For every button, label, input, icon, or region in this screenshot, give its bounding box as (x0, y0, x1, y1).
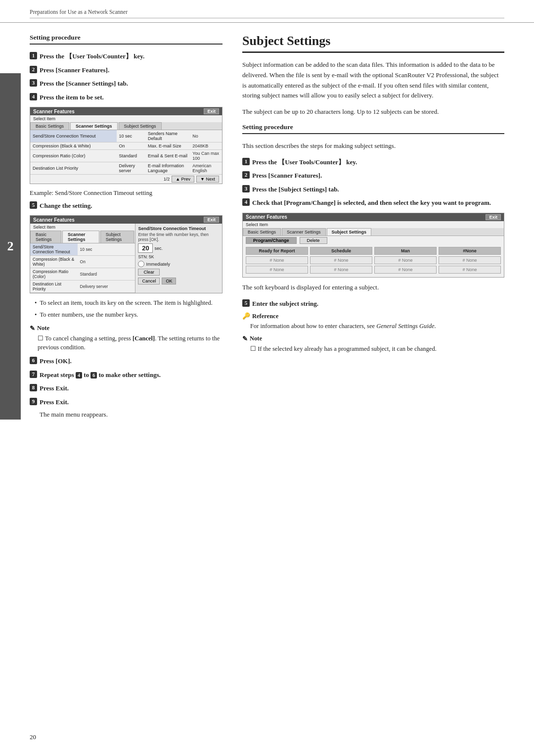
sfr-exit-btn[interactable]: Exit (486, 214, 501, 220)
sfr-grid: Ready for Report Schedule Man #None # No… (243, 245, 504, 277)
sf1-tab-scanner[interactable]: Scanner Settings (70, 122, 118, 130)
sf1-exit-btn[interactable]: Exit (204, 108, 219, 114)
sfr-col-none-h: #None (439, 247, 501, 255)
sf2-exit-btn[interactable]: Exit (204, 217, 219, 223)
sf1-tab-basic[interactable]: Basic Settings (30, 122, 69, 130)
main-menu-label: The main menu reappears. (40, 411, 108, 418)
note-right-content: ☐ If the selected key already has a prog… (242, 344, 504, 354)
sf2-cancel-btn[interactable]: Cancel (138, 278, 160, 284)
sf1-prev-btn[interactable]: ▲ Prev (172, 176, 194, 183)
bullet-2: • To enter numbers, use the number keys. (35, 310, 222, 320)
sfr-cell-2-1[interactable]: # None (246, 266, 308, 274)
sf2-tab-basic[interactable]: Basic Settings (30, 231, 61, 243)
r-step-5: 5 Enter the subject string. (242, 299, 504, 309)
r-step-5-text: Enter the subject string. (252, 299, 318, 309)
step-3-num: 3 (30, 79, 37, 87)
sfr-cell-1-3[interactable]: # None (374, 256, 437, 264)
sf1-r2-extra-label: Max. E-mail Size (145, 142, 190, 150)
sf1-next-btn[interactable]: ▼ Next (196, 176, 219, 183)
sf2-tabs: Basic Settings Scanner Settings Subject … (30, 231, 135, 243)
sfr-col-report: Ready for Report (246, 247, 308, 255)
sfr-cell-1-2[interactable]: # None (310, 256, 372, 264)
sf2-row-2: Compression (Black & White) On (30, 256, 135, 268)
step-4: 4 Press the item to be set. (30, 93, 222, 102)
sf1-row-3: Compression Ratio (Color) Standard Email… (30, 150, 222, 162)
sfr-tab-subject[interactable]: Subject Settings (327, 228, 372, 236)
setting-procedure-label: Setting procedure (30, 34, 81, 41)
sf2-right-panel: Send/Store Connection Timeout Enter the … (135, 224, 222, 293)
sfr-cell-2-2[interactable]: # None (310, 266, 372, 274)
step-6: 6 Press [OK]. (30, 356, 222, 366)
note-1-text: ☐ To cancel changing a setting, press [C… (38, 335, 220, 351)
page-container: Preparations for Use as a Network Scanne… (0, 0, 534, 756)
step-1-text: Press the 【User Tools/Counter】 key. (40, 51, 144, 61)
sfr-col-man: Man (374, 247, 437, 255)
sf1-r3-extra-val: You Can max 100 (190, 150, 222, 162)
body-text-2: The subject can be up to 20 characters l… (242, 107, 504, 117)
sfr-program-change-btn[interactable]: Program/Change (246, 237, 297, 244)
sf2-r2-label: Compression (Black & White) (30, 256, 78, 268)
sf1-r2-extra-val: 2048KB (190, 142, 222, 150)
ref-content: For information about how to enter chara… (242, 322, 504, 331)
left-column: Setting procedure 1 Press the 【User Tool… (30, 23, 222, 419)
sf2-row-3: Compression Ratio (Color) Standard (30, 268, 135, 281)
sf1-r2-val: On (117, 142, 145, 150)
sf1-tab-subject[interactable]: Subject Settings (119, 122, 162, 130)
note-1-title: ✎ Note (30, 325, 222, 332)
bullet-2-text: To enter numbers, use the number keys. (40, 310, 138, 320)
r-step-1: 1 Press the 【User Tools/Counter】 key. (242, 157, 504, 167)
sfr-tab-scanner[interactable]: Scanner Settings (282, 228, 326, 236)
sf2-titlebar: Scanner Features Exit (30, 216, 222, 224)
step-7-num: 7 (30, 371, 37, 378)
note-right-title: ✎ Note (242, 335, 504, 343)
sf1-r1-extra-label: Senders Name Default (145, 130, 190, 142)
r-step-1-num: 1 (242, 158, 250, 165)
right-setting-procedure-label: Setting procedure (242, 123, 293, 131)
r-step-4-num: 4 (242, 198, 250, 206)
step-9-text: Press Exit. (40, 397, 69, 407)
sf2-r2-val: On (78, 256, 135, 268)
step-2-text: Press [Scanner Features]. (40, 65, 109, 75)
sf1-r3-val: Standard (117, 150, 145, 162)
sfr-cell-2-4[interactable]: # None (439, 266, 501, 274)
step-8-text: Press Exit. (40, 383, 69, 393)
sf2-tab-scanner[interactable]: Scanner Settings (62, 231, 99, 243)
sfr-delete-btn[interactable]: Delete (300, 237, 327, 244)
sfr-section-label: Select Item (243, 221, 504, 228)
sf2-right-title: Send/Store Connection Timeout (138, 226, 220, 231)
step-7: 7 Repeat steps 4 to 6 to make other sett… (30, 370, 222, 380)
step-8-num: 8 (30, 384, 37, 391)
bullet-1: • To select an item, touch its key on th… (35, 298, 222, 308)
sfr-cell-2-3[interactable]: # None (374, 266, 437, 274)
r-step-4: 4 Check that [Program/Change] is selecte… (242, 198, 504, 208)
soft-keyboard-text: The soft keyboard is displayed for enter… (242, 283, 504, 293)
bullet-2-dot: • (35, 310, 37, 320)
step-9-num: 9 (30, 398, 37, 405)
sf1-table: Send/Store Connection Timeout 10 sec Sen… (30, 130, 222, 175)
sf1-row-2: Compression (Black & White) On Max. E-ma… (30, 142, 222, 150)
note-right-text: ☐ If the selected key already has a prog… (250, 345, 437, 352)
sf1-titlebar: Scanner Features Exit (30, 107, 222, 115)
sf2-clear-btn[interactable]: Clear (138, 269, 160, 276)
sfr-grid-header-row: Ready for Report Schedule Man #None (246, 247, 501, 255)
scanner-features-box-2: Scanner Features Exit Select Item Basic … (30, 215, 222, 293)
sf1-r4-extra-label: E-mail Information Language (145, 162, 190, 175)
sf2-r3-val: Standard (78, 268, 135, 281)
subject-settings-title: Subject Settings (242, 34, 504, 53)
sfr-cell-1-4[interactable]: # None (439, 256, 501, 264)
sf2-input-value[interactable]: 20 (138, 243, 153, 253)
sfr-grid-row-1: # None # None # None # None (246, 256, 501, 264)
sfr-tab-basic[interactable]: Basic Settings (243, 228, 281, 236)
sf2-tab-subject[interactable]: Subject Settings (100, 231, 134, 243)
sf2-right-note: Enter the time with number keys, then pr… (138, 232, 220, 242)
main-columns: Setting procedure 1 Press the 【User Tool… (0, 23, 534, 419)
sf2-immediate-radio[interactable] (138, 261, 144, 267)
r-step-2-text: Press [Scanner Features]. (252, 171, 322, 181)
sf1-r3-label: Compression Ratio (Color) (30, 150, 117, 162)
sfr-btn-row: Program/Change Delete (243, 236, 504, 245)
page-number-label: 20 (30, 733, 36, 741)
sfr-cell-1-1[interactable]: # None (246, 256, 308, 264)
sf2-ok-btn[interactable]: OK (162, 278, 176, 284)
r-step-3-num: 3 (242, 185, 250, 192)
scanner-features-box-1: Scanner Features Exit Select Item Basic … (30, 107, 222, 184)
